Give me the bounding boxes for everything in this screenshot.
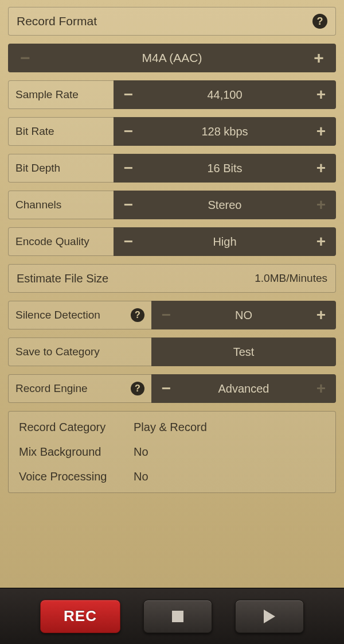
bit-depth-stepper[interactable]: − 16 Bits + <box>114 154 336 183</box>
encode-quality-stepper[interactable]: − High + <box>114 227 336 256</box>
minus-icon[interactable]: − <box>114 154 143 183</box>
label-text: Bit Depth <box>15 162 60 174</box>
value-text: Test <box>233 346 255 359</box>
save-to-category-label: Save to Category <box>8 337 151 366</box>
help-icon[interactable]: ? <box>131 308 144 322</box>
record-format-header: Record Format ? <box>8 7 336 36</box>
plus-icon[interactable]: + <box>302 44 336 72</box>
plus-icon: + <box>306 191 336 219</box>
minus-icon[interactable]: − <box>114 80 143 109</box>
summary-mix-background: Mix Background No <box>19 445 325 459</box>
silence-detection-row: Silence Detection ? − NO + <box>8 301 336 329</box>
channels-row: Channels − Stereo + <box>8 191 336 219</box>
help-icon[interactable]: ? <box>312 14 327 29</box>
sample-rate-stepper[interactable]: − 44,100 + <box>114 80 336 109</box>
label-text: Bit Rate <box>15 125 54 138</box>
label-text: Silence Detection <box>15 309 100 321</box>
minus-icon: − <box>8 44 42 72</box>
plus-icon: + <box>306 374 336 403</box>
summary-record-category: Record Category Play & Record <box>19 421 325 434</box>
bit-depth-label: Bit Depth <box>8 154 114 183</box>
plus-icon[interactable]: + <box>306 227 336 256</box>
record-format-value: M4A (AAC) <box>42 44 302 72</box>
bit-rate-stepper[interactable]: − 128 kbps + <box>114 117 336 146</box>
toolbar: REC <box>0 588 344 644</box>
bit-rate-value: 128 kbps <box>143 117 306 146</box>
estimate-label: Estimate File Size <box>17 272 108 285</box>
summary-key: Record Category <box>19 421 134 434</box>
record-format-stepper[interactable]: − M4A (AAC) + <box>8 44 336 72</box>
save-to-category-value[interactable]: Test <box>151 337 336 366</box>
record-engine-row: Record Engine ? − Advanced + <box>8 374 336 403</box>
bit-depth-row: Bit Depth − 16 Bits + <box>8 154 336 183</box>
record-engine-label: Record Engine ? <box>8 374 151 403</box>
label-text: Save to Category <box>15 346 100 358</box>
sample-rate-label: Sample Rate <box>8 80 114 109</box>
channels-label: Channels <box>8 191 114 219</box>
stop-icon <box>172 611 183 622</box>
encode-quality-row: Encode Quality − High + <box>8 227 336 256</box>
minus-icon: − <box>151 301 181 329</box>
sample-rate-row: Sample Rate − 44,100 + <box>8 80 336 109</box>
silence-detection-label: Silence Detection ? <box>8 301 151 329</box>
minus-icon[interactable]: − <box>151 374 181 403</box>
bit-rate-row: Bit Rate − 128 kbps + <box>8 117 336 146</box>
plus-icon[interactable]: + <box>306 154 336 183</box>
estimate-value: 1.0MB/Minutes <box>255 272 327 285</box>
silence-detection-value: NO <box>181 301 306 329</box>
record-engine-stepper[interactable]: − Advanced + <box>151 374 336 403</box>
sample-rate-value: 44,100 <box>143 80 306 109</box>
summary-value: Play & Record <box>134 421 325 434</box>
label-text: Channels <box>15 199 61 211</box>
plus-icon[interactable]: + <box>306 80 336 109</box>
encode-quality-value: High <box>143 227 306 256</box>
summary-key: Mix Background <box>19 445 134 459</box>
record-button[interactable]: REC <box>40 600 120 633</box>
estimate-file-size-row: Estimate File Size 1.0MB/Minutes <box>8 264 336 293</box>
minus-icon[interactable]: − <box>114 191 143 219</box>
channels-value: Stereo <box>143 191 306 219</box>
plus-icon[interactable]: + <box>306 301 336 329</box>
summary-box: Record Category Play & Record Mix Backgr… <box>8 411 336 493</box>
plus-icon[interactable]: + <box>306 117 336 146</box>
summary-value: No <box>134 445 325 459</box>
record-format-title: Record Format <box>17 14 97 28</box>
summary-value: No <box>134 470 325 483</box>
label-text: Record Engine <box>15 382 88 395</box>
record-engine-value: Advanced <box>181 374 306 403</box>
save-to-category-row: Save to Category Test <box>8 337 336 366</box>
label-text: Encode Quality <box>15 235 89 248</box>
label-text: Sample Rate <box>15 88 79 101</box>
summary-voice-processing: Voice Processing No <box>19 470 325 483</box>
play-icon <box>264 610 275 623</box>
channels-stepper[interactable]: − Stereo + <box>114 191 336 219</box>
record-button-label: REC <box>64 607 97 625</box>
bit-depth-value: 16 Bits <box>143 154 306 183</box>
bit-rate-label: Bit Rate <box>8 117 114 146</box>
minus-icon[interactable]: − <box>114 117 143 146</box>
play-button[interactable] <box>235 600 304 633</box>
minus-icon[interactable]: − <box>114 227 143 256</box>
help-icon[interactable]: ? <box>131 382 144 395</box>
summary-key: Voice Processing <box>19 470 134 483</box>
silence-detection-stepper[interactable]: − NO + <box>151 301 336 329</box>
stop-button[interactable] <box>143 600 212 633</box>
encode-quality-label: Encode Quality <box>8 227 114 256</box>
